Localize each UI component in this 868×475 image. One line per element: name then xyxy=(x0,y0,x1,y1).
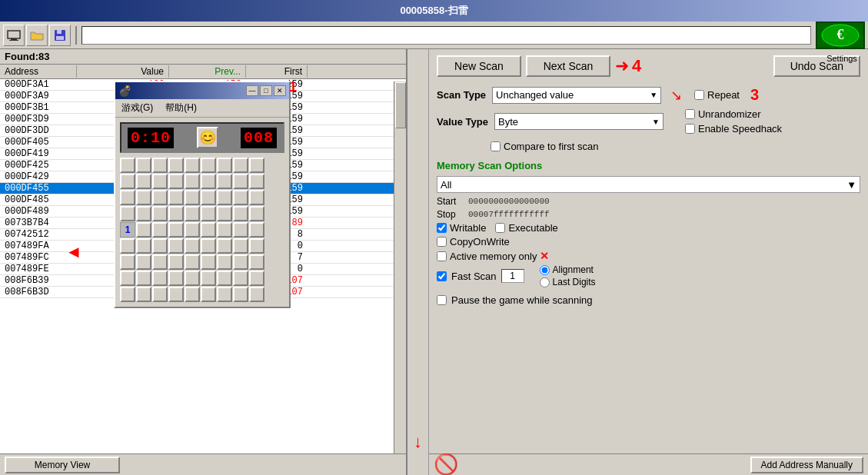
ms-cell[interactable] xyxy=(249,174,264,189)
ms-cell[interactable] xyxy=(249,254,264,270)
ms-cell[interactable] xyxy=(249,238,264,254)
ms-cell[interactable] xyxy=(185,174,200,189)
ms-cell[interactable] xyxy=(233,158,248,173)
ms-game-menu[interactable]: 游戏(G) xyxy=(118,101,156,115)
ms-cell[interactable] xyxy=(217,254,232,270)
ms-cell[interactable] xyxy=(201,222,216,238)
ms-cell[interactable] xyxy=(152,158,168,173)
fastscan-input[interactable] xyxy=(501,269,524,283)
ms-cell[interactable] xyxy=(217,174,232,189)
ms-cell[interactable] xyxy=(201,158,216,173)
ms-cell[interactable] xyxy=(185,222,200,238)
ms-cell[interactable] xyxy=(249,287,264,302)
ms-cell[interactable] xyxy=(249,206,264,221)
alignment-radio[interactable] xyxy=(540,265,550,275)
ms-cell[interactable] xyxy=(185,271,200,286)
ms-cell[interactable] xyxy=(136,238,151,254)
ms-cell[interactable] xyxy=(233,190,248,205)
scrollbar-thumb[interactable] xyxy=(395,82,406,128)
ms-cell[interactable] xyxy=(168,238,184,254)
ms-cell[interactable] xyxy=(168,206,184,221)
ms-cell[interactable] xyxy=(152,206,168,221)
speedhack-checkbox[interactable] xyxy=(685,124,695,134)
ms-cell[interactable] xyxy=(185,206,200,221)
ms-cell[interactable] xyxy=(233,238,248,254)
ms-cell[interactable] xyxy=(168,190,184,205)
activemem-x-button[interactable]: ✕ xyxy=(540,250,549,262)
ms-cell[interactable] xyxy=(249,190,264,205)
all-dropdown[interactable]: All ▼ xyxy=(437,176,860,193)
ms-cell[interactable] xyxy=(120,190,135,205)
ms-cell[interactable] xyxy=(168,287,184,302)
unrandomizer-checkbox[interactable] xyxy=(685,109,695,119)
ms-close-button[interactable]: ✕ xyxy=(274,85,286,96)
ms-cell[interactable] xyxy=(185,190,200,205)
ms-cell[interactable] xyxy=(233,287,248,302)
ms-cell[interactable] xyxy=(201,174,216,189)
toolbar-btn-save[interactable] xyxy=(49,25,71,46)
ms-cell[interactable] xyxy=(217,287,232,302)
ms-cell[interactable] xyxy=(249,158,264,173)
address-bar[interactable] xyxy=(81,26,811,45)
ms-cell[interactable] xyxy=(233,222,248,238)
ms-cell[interactable] xyxy=(201,238,216,254)
ms-cell[interactable] xyxy=(185,254,200,270)
ms-cell[interactable] xyxy=(233,206,248,221)
toolbar-btn-monitor[interactable] xyxy=(3,25,25,46)
ms-cell[interactable] xyxy=(233,271,248,286)
ms-cell[interactable] xyxy=(185,238,200,254)
ms-cell[interactable] xyxy=(168,271,184,286)
memory-view-button[interactable]: Memory View xyxy=(5,457,120,473)
ms-cell[interactable] xyxy=(136,158,151,173)
ms-cell[interactable] xyxy=(120,254,135,270)
ms-cell[interactable] xyxy=(152,222,168,238)
ms-cell[interactable] xyxy=(168,254,184,270)
ms-help-menu[interactable]: 帮助(H) xyxy=(162,101,200,115)
ms-cell[interactable] xyxy=(201,254,216,270)
vertical-scrollbar[interactable] xyxy=(394,81,406,453)
ms-cell[interactable] xyxy=(152,271,168,286)
ms-cell[interactable] xyxy=(120,158,135,173)
toolbar-btn-folder[interactable] xyxy=(26,25,48,46)
ms-cell[interactable] xyxy=(249,222,264,238)
ms-smiley-button[interactable]: 😊 xyxy=(197,127,218,148)
ms-cell[interactable] xyxy=(217,238,232,254)
repeat-checkbox[interactable] xyxy=(694,90,704,100)
pause-checkbox[interactable] xyxy=(437,295,447,305)
ms-cell[interactable] xyxy=(201,271,216,286)
ms-cell[interactable] xyxy=(185,158,200,173)
copyonwrite-checkbox[interactable] xyxy=(437,237,447,247)
fastscan-checkbox[interactable] xyxy=(437,271,447,281)
ms-cell[interactable] xyxy=(233,254,248,270)
ms-cell[interactable] xyxy=(152,287,168,302)
add-address-button[interactable]: Add Address Manually xyxy=(750,457,863,473)
ms-cell[interactable] xyxy=(152,238,168,254)
ms-cell[interactable] xyxy=(168,222,184,238)
ms-cell[interactable] xyxy=(201,206,216,221)
ms-cell[interactable] xyxy=(120,287,135,302)
lastdigits-radio[interactable] xyxy=(540,277,550,287)
executable-checkbox[interactable] xyxy=(495,223,505,233)
new-scan-button[interactable]: New Scan xyxy=(437,55,521,77)
ms-cell-revealed[interactable]: 1 xyxy=(120,222,135,238)
value-type-dropdown[interactable]: Byte ▼ xyxy=(494,113,663,130)
ms-cell[interactable] xyxy=(120,238,135,254)
ms-cell[interactable] xyxy=(152,174,168,189)
ms-cell[interactable] xyxy=(136,190,151,205)
ms-cell[interactable] xyxy=(152,190,168,205)
ms-cell[interactable] xyxy=(120,271,135,286)
ms-cell[interactable] xyxy=(249,271,264,286)
writable-checkbox[interactable] xyxy=(437,223,447,233)
scan-type-dropdown[interactable]: Unchanged value ▼ xyxy=(492,87,661,104)
ms-cell[interactable] xyxy=(168,174,184,189)
ms-cell[interactable] xyxy=(136,271,151,286)
ms-restore-button[interactable]: □ xyxy=(260,85,272,96)
ms-cell[interactable] xyxy=(217,190,232,205)
ms-cell[interactable] xyxy=(201,190,216,205)
compare-first-checkbox[interactable] xyxy=(491,141,501,151)
ms-cell[interactable] xyxy=(201,287,216,302)
ms-cell[interactable] xyxy=(136,206,151,221)
ms-cell[interactable] xyxy=(217,222,232,238)
ms-cell[interactable] xyxy=(217,206,232,221)
ms-cell[interactable] xyxy=(136,174,151,189)
